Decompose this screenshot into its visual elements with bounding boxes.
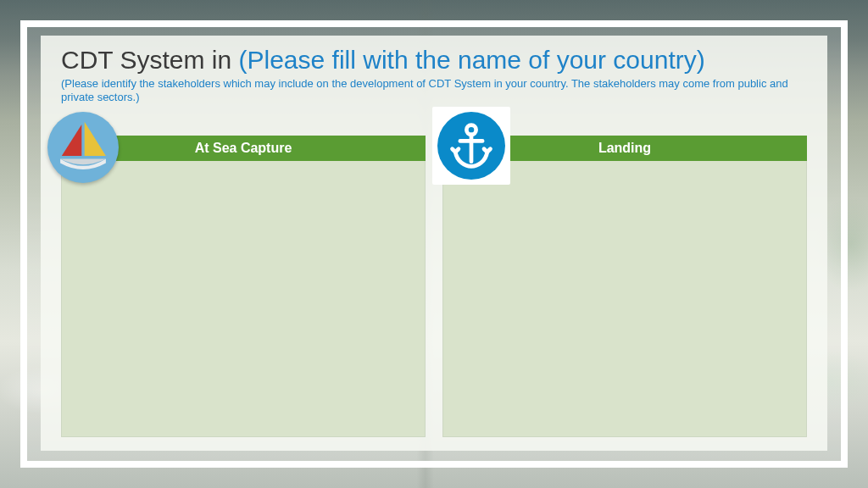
title-hint: (Please fill with the name of your count… [239, 46, 705, 74]
card-label: Landing [598, 141, 651, 156]
card-landing: Landing [442, 136, 807, 437]
content-panel: CDT System in (Please fill with the name… [41, 36, 827, 451]
title-prefix: CDT System in [61, 46, 239, 74]
card-label: At Sea Capture [195, 141, 292, 156]
card-at-sea-capture: At Sea Capture [61, 136, 426, 437]
anchor-icon-frame [432, 107, 510, 185]
card-row: At Sea Capture Landing [61, 136, 807, 437]
page-title: CDT System in (Please fill with the name… [61, 46, 807, 75]
anchor-icon [437, 112, 505, 180]
sailboat-icon [47, 112, 119, 183]
page-subtitle: (Please identify the stakeholders which … [61, 77, 807, 105]
slide-frame: CDT System in (Please fill with the name… [20, 20, 848, 468]
card-body [61, 161, 426, 437]
card-body [442, 161, 807, 437]
